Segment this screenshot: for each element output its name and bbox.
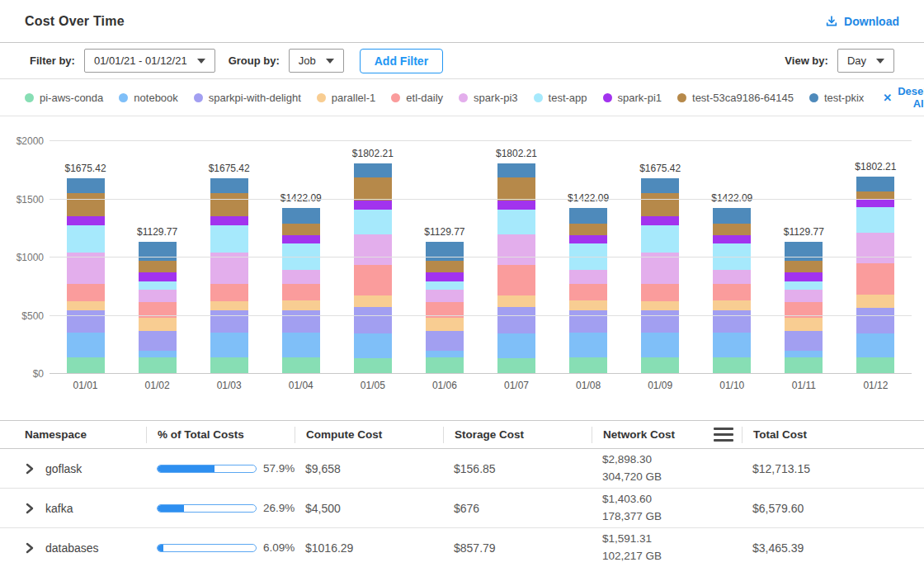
- bar-segment-test-pkix: [210, 178, 248, 193]
- bar-segment-pi-aws-conda: [785, 357, 823, 373]
- network-cost-value: $1,403.60: [602, 491, 742, 508]
- bar-segment-parallel-1: [139, 318, 177, 331]
- network-cost-cell: $1,591.31102,217 GB: [592, 531, 742, 565]
- column-header-label: Compute Cost: [306, 427, 382, 443]
- x-tick-label: 01/09: [625, 380, 696, 391]
- bar-segment-etl-daily: [354, 265, 392, 295]
- bar-segment-sparkpi-with-delight: [641, 310, 679, 333]
- deselect-all-button[interactable]: ✕ Deselect All: [883, 85, 924, 110]
- network-cost-value: $1,591.31: [602, 531, 742, 547]
- y-tick-label: $500: [4, 310, 44, 322]
- namespace-cell[interactable]: kafka: [0, 502, 146, 515]
- namespace-label: goflask: [45, 462, 82, 475]
- bar-segment-spark-pi1: [282, 235, 320, 243]
- column-header-compute-cost: Compute Cost: [295, 427, 443, 443]
- legend-item-test-pkix[interactable]: test-pkix: [809, 92, 864, 104]
- bar-segment-etl-daily: [282, 284, 320, 300]
- view-by-value: Day: [847, 54, 866, 67]
- bar-total-label: $1675.42: [209, 163, 250, 174]
- compute-cost-cell: $9,658: [295, 462, 443, 475]
- bar-segment-parallel-1: [67, 301, 105, 310]
- x-tick-label: 01/05: [337, 380, 408, 391]
- bar-segment-notebook: [641, 333, 679, 357]
- bar-segment-spark-pi3: [282, 270, 320, 285]
- table-body: goflask57.9%$9,658$156.85$2,898.30304,72…: [0, 449, 924, 567]
- legend-item-spark-pi1[interactable]: spark-pi1: [603, 92, 662, 104]
- bar-segment-spark-pi3: [497, 234, 535, 265]
- close-icon: ✕: [883, 92, 892, 104]
- chevron-right-icon[interactable]: [25, 463, 35, 475]
- bar-segment-sparkpi-with-delight: [785, 331, 823, 351]
- namespace-cell[interactable]: goflask: [0, 462, 146, 475]
- legend-item-etl-daily[interactable]: etl-daily: [391, 92, 443, 104]
- legend-label: spark-pi1: [618, 92, 662, 104]
- caret-down-icon: [326, 59, 334, 64]
- legend-item-parallel-1[interactable]: parallel-1: [317, 92, 375, 104]
- download-button[interactable]: Download: [825, 15, 899, 28]
- bar-segment-spark-pi3: [569, 270, 607, 285]
- bar-total-label: $1675.42: [65, 163, 106, 174]
- bar-segment-test-app: [67, 225, 105, 252]
- bar-segment-spark-pi1: [354, 201, 392, 210]
- bar-segment-etl-daily: [713, 284, 751, 300]
- chevron-right-icon[interactable]: [25, 503, 35, 514]
- namespace-cell[interactable]: databases: [0, 541, 146, 555]
- date-range-select[interactable]: 01/01/21 - 01/12/21: [84, 49, 215, 73]
- bar-total-label: $1802.21: [352, 148, 394, 159]
- storage-cost-cell: $857.79: [443, 541, 592, 555]
- percent-progress-bar: [157, 504, 257, 513]
- table-row-kafka[interactable]: kafka26.9%$4,500$676$1,403.60178,377 GB$…: [0, 489, 924, 528]
- x-tick-label: 01/11: [768, 380, 840, 391]
- bar-segment-sparkpi-with-delight: [139, 331, 177, 351]
- legend-item-spark-pi3[interactable]: spark-pi3: [459, 92, 517, 104]
- bar-segment-test-53ca9186-64145: [713, 224, 751, 235]
- gridline: [50, 315, 912, 316]
- percent-label: 57.9%: [263, 462, 295, 475]
- gridline: [50, 257, 912, 258]
- table-row-databases[interactable]: databases6.09%$1016.29$857.79$1,591.3110…: [0, 528, 924, 567]
- group-by-select[interactable]: Job: [289, 49, 344, 73]
- chevron-right-icon[interactable]: [25, 542, 35, 554]
- bar-segment-pi-aws-conda: [354, 358, 392, 373]
- bar-segment-test-app: [641, 225, 679, 252]
- bar-segment-notebook: [426, 351, 464, 358]
- x-tick-label: 01/06: [408, 380, 480, 391]
- bar-segment-test-pkix: [713, 208, 751, 224]
- legend-item-pi-aws-conda[interactable]: pi-aws-conda: [25, 92, 103, 104]
- bar-segment-test-app: [785, 281, 823, 289]
- menu-icon[interactable]: [714, 428, 733, 442]
- column-header-label: Storage Cost: [455, 427, 524, 443]
- bar-segment-sparkpi-with-delight: [67, 310, 105, 333]
- legend-item-sparkpi-with-delight[interactable]: sparkpi-with-delight: [194, 92, 301, 104]
- legend-item-test-53ca9186-64145[interactable]: test-53ca9186-64145: [677, 92, 794, 104]
- bar-segment-test-pkix: [282, 208, 320, 224]
- storage-cost-cell: $676: [443, 502, 592, 515]
- network-usage-value: 102,217 GB: [602, 548, 742, 565]
- bar-segment-test-app: [139, 281, 177, 289]
- bar-segment-parallel-1: [426, 318, 464, 331]
- table-row-goflask[interactable]: goflask57.9%$9,658$156.85$2,898.30304,72…: [0, 449, 924, 489]
- bar-segment-spark-pi1: [426, 272, 464, 281]
- bar-segment-parallel-1: [713, 300, 751, 310]
- percent-label: 6.09%: [263, 541, 295, 554]
- bar-segment-spark-pi3: [785, 290, 823, 303]
- legend-label: etl-daily: [406, 92, 443, 104]
- bar-segment-test-53ca9186-64145: [569, 224, 607, 235]
- bar-segment-etl-daily: [641, 284, 679, 301]
- column-header--of-total-costs: % of Total Costs: [146, 427, 295, 443]
- legend-swatch: [809, 93, 818, 102]
- network-usage-value: 178,377 GB: [602, 508, 742, 525]
- legend-item-test-app[interactable]: test-app: [534, 92, 587, 104]
- y-tick-label: $1500: [4, 194, 44, 206]
- group-by-label: Group by:: [229, 54, 280, 67]
- bar-segment-test-53ca9186-64145: [497, 177, 535, 201]
- column-header-storage-cost: Storage Cost: [443, 427, 592, 443]
- bar-segment-spark-pi3: [354, 234, 392, 265]
- bar-segment-notebook: [282, 333, 320, 357]
- bar-segment-pi-aws-conda: [856, 357, 894, 373]
- x-axis: 01/0101/0201/0301/0401/0501/0601/0701/08…: [50, 373, 912, 398]
- network-cost-cell: $1,403.60178,377 GB: [592, 491, 742, 525]
- legend-item-notebook[interactable]: notebook: [119, 92, 178, 104]
- add-filter-button[interactable]: Add Filter: [360, 49, 443, 73]
- view-by-select[interactable]: Day: [837, 49, 894, 73]
